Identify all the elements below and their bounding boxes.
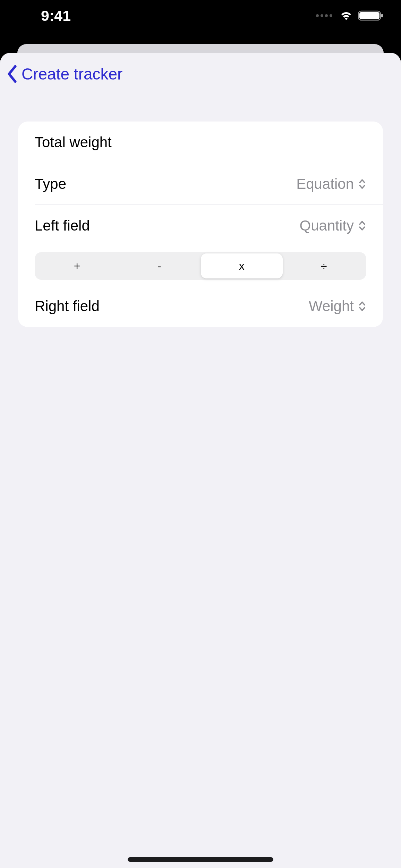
form-card: Total weight Type Equation Left field Qu… — [18, 122, 383, 327]
operator-segmented-control: + - x ÷ — [35, 252, 366, 280]
operator-multiply[interactable]: x — [201, 253, 283, 278]
type-label: Type — [35, 176, 66, 192]
right-field-label: Right field — [35, 298, 100, 315]
back-label: Create tracker — [22, 65, 122, 83]
chevron-up-down-icon — [358, 301, 366, 312]
status-bar: 9:41 — [0, 0, 401, 28]
cellular-dots-icon — [316, 14, 332, 17]
chevron-left-icon — [6, 65, 19, 83]
right-field-value: Weight — [309, 298, 366, 315]
svg-rect-1 — [359, 12, 379, 19]
left-field-value: Quantity — [300, 217, 366, 234]
status-icons — [316, 10, 384, 22]
tracker-name-value: Total weight — [35, 134, 112, 151]
home-indicator[interactable] — [128, 857, 273, 862]
nav-header: Create tracker — [0, 53, 401, 89]
operator-divide[interactable]: ÷ — [283, 253, 365, 278]
operator-plus[interactable]: + — [36, 253, 118, 278]
tracker-name-row[interactable]: Total weight — [18, 122, 383, 163]
wifi-icon — [339, 10, 354, 22]
type-value: Equation — [296, 176, 366, 192]
battery-icon — [358, 10, 384, 22]
back-button[interactable]: Create tracker — [6, 65, 122, 83]
modal-sheet: Create tracker Total weight Type Equatio… — [0, 53, 401, 868]
operator-row: + - x ÷ — [18, 247, 383, 285]
status-time: 9:41 — [41, 7, 71, 24]
svg-rect-2 — [381, 14, 383, 17]
left-field-label: Left field — [35, 217, 90, 234]
chevron-up-down-icon — [358, 178, 366, 190]
right-field-row[interactable]: Right field Weight — [18, 285, 383, 327]
left-field-row[interactable]: Left field Quantity — [18, 205, 383, 247]
chevron-up-down-icon — [358, 220, 366, 231]
operator-minus[interactable]: - — [118, 253, 200, 278]
type-row[interactable]: Type Equation — [18, 163, 383, 205]
